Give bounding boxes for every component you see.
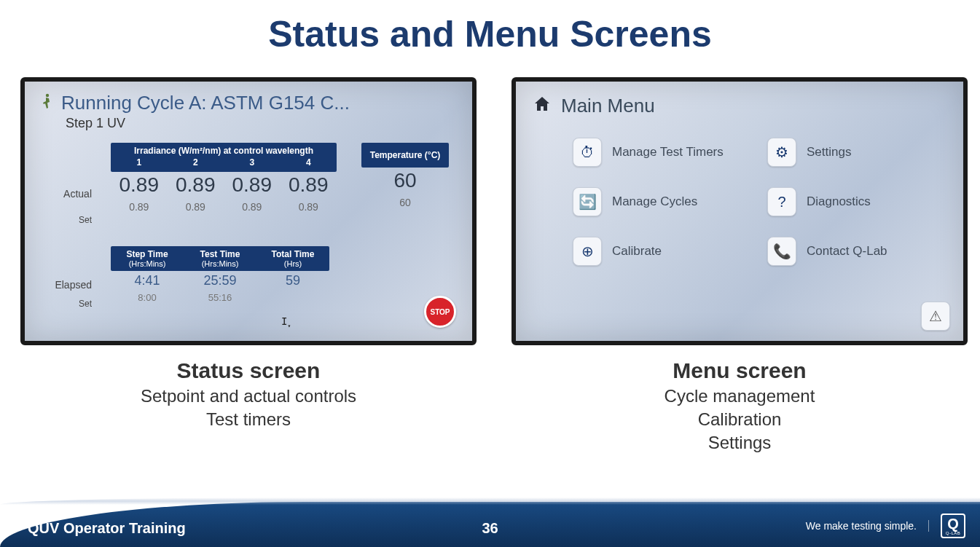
- footer-right: We make testing simple. Q Q-LAB: [806, 513, 965, 538]
- irr-actual-1: 0.89: [111, 172, 168, 198]
- question-icon: ?: [767, 187, 796, 216]
- irr-actual-4: 0.89: [281, 172, 337, 198]
- menu-item-timers[interactable]: ⏱ Manage Test Timers: [573, 138, 738, 167]
- status-caption-l2: Test timers: [141, 409, 356, 430]
- label-set2: Set: [41, 294, 92, 313]
- temp-set: 60: [361, 194, 449, 211]
- irr-col-4: 4: [281, 156, 337, 172]
- running-icon: [41, 92, 52, 114]
- menu-title: Main Menu: [561, 95, 655, 117]
- footer-page: 36: [482, 520, 498, 537]
- irr-cell-1: 0.89 0.89: [111, 172, 168, 216]
- temp-table: Temperature (°C) 60 60: [361, 143, 449, 211]
- target-icon: ⊕: [573, 237, 602, 266]
- menu-panel-wrap: Main Menu ⏱ Manage Test Timers ⚙ Setting…: [511, 77, 968, 453]
- status-caption-title: Status screen: [141, 358, 356, 383]
- irr-header: Irradiance (W/m²/nm) at control waveleng…: [111, 143, 337, 172]
- logo-letter: Q: [947, 516, 959, 531]
- irr-table: Irradiance (W/m²/nm) at control waveleng…: [111, 143, 337, 216]
- irr-set-3: 0.89: [224, 198, 281, 216]
- temp-cell: 60 60: [361, 168, 449, 211]
- time-total: 59: [256, 271, 329, 306]
- running-title: Running Cycle A: ASTM G154 C...: [61, 92, 350, 114]
- slide: Status and Menu Screens Running Cycle A:…: [0, 0, 980, 547]
- time-block: Elapsed Set Step Time(Hrs:Mins) Test Tim…: [41, 246, 456, 313]
- time-row-labels: Elapsed Set: [41, 246, 92, 313]
- irr-col-3: 3: [224, 156, 281, 172]
- stop-button[interactable]: STOP: [424, 296, 456, 328]
- menu-label-diag: Diagnostics: [807, 194, 871, 209]
- time-col-test: Test Time(Hrs:Mins): [184, 246, 256, 271]
- temp-header: Temperature (°C): [361, 143, 449, 168]
- menu-label-cycles: Manage Cycles: [612, 194, 697, 209]
- time-step: 4:418:00: [111, 271, 184, 306]
- menu-caption-l2: Calibration: [665, 409, 815, 430]
- warning-button[interactable]: ⚠: [921, 302, 950, 331]
- menu-label-timers: Manage Test Timers: [612, 145, 724, 160]
- menu-item-settings[interactable]: ⚙ Settings: [767, 138, 933, 167]
- irr-set-4: 0.89: [281, 198, 337, 216]
- irr-tables: Irradiance (W/m²/nm) at control waveleng…: [111, 143, 449, 216]
- time-header: Step Time(Hrs:Mins) Test Time(Hrs:Mins) …: [111, 246, 329, 271]
- irr-cell-3: 0.89 0.89: [224, 172, 281, 216]
- irradiance-block: Actual Set Irradiance (W/m²/nm) at contr…: [41, 143, 456, 233]
- irr-cell-2: 0.89 0.89: [168, 172, 224, 216]
- irr-col-2: 2: [168, 156, 224, 172]
- time-col-step: Step Time(Hrs:Mins): [111, 246, 184, 271]
- irr-body: 0.89 0.89 0.89 0.89 0.89: [111, 172, 337, 216]
- menu-device: Main Menu ⏱ Manage Test Timers ⚙ Setting…: [511, 77, 968, 345]
- menu-inner: Main Menu ⏱ Manage Test Timers ⚙ Setting…: [516, 82, 963, 273]
- menu-caption-title: Menu screen: [665, 358, 815, 383]
- logo-sub: Q-LAB: [946, 531, 961, 535]
- svg-point-0: [46, 94, 49, 97]
- timer-icon: ⏱: [573, 138, 602, 167]
- step-line: Step 1 UV: [66, 116, 456, 131]
- slide-title: Status and Menu Screens: [0, 0, 980, 55]
- temp-body: 60 60: [361, 168, 449, 211]
- label-set: Set: [41, 207, 92, 233]
- time-body: 4:418:00 25:5955:16 59: [111, 271, 329, 306]
- status-panel-wrap: Running Cycle A: ASTM G154 C... Step 1 U…: [20, 77, 477, 453]
- label-elapsed: Elapsed: [41, 275, 92, 294]
- cursor-icon: I▾: [281, 315, 291, 329]
- time-col-total: Total Time(Hrs): [256, 246, 329, 271]
- label-actual: Actual: [41, 181, 92, 207]
- menu-item-contact[interactable]: 📞 Contact Q-Lab: [767, 237, 933, 266]
- cycle-icon: 🔄: [573, 187, 602, 216]
- menu-title-row: Main Menu: [532, 92, 947, 125]
- warning-icon: ⚠: [929, 307, 942, 325]
- irr-cell-4: 0.89 0.89: [281, 172, 337, 216]
- irr-col-1: 1: [111, 156, 168, 172]
- menu-label-cal: Calibrate: [612, 244, 662, 259]
- gear-icon: ⚙: [767, 138, 796, 167]
- menu-item-calibrate[interactable]: ⊕ Calibrate: [573, 237, 738, 266]
- status-caption: Status screen Setpoint and actual contro…: [141, 358, 356, 430]
- irr-actual-3: 0.89: [224, 172, 281, 198]
- temp-actual: 60: [361, 168, 449, 194]
- home-icon[interactable]: [533, 96, 551, 117]
- footer-tagline: We make testing simple.: [806, 520, 929, 532]
- qlab-logo-icon: Q Q-LAB: [941, 513, 965, 538]
- status-device: Running Cycle A: ASTM G154 C... Step 1 U…: [20, 77, 477, 345]
- menu-item-cycles[interactable]: 🔄 Manage Cycles: [573, 187, 738, 216]
- running-row: Running Cycle A: ASTM G154 C...: [41, 92, 456, 114]
- temp-header-title: Temperature (°C): [361, 143, 449, 168]
- irr-row-labels: Actual Set: [41, 143, 92, 233]
- panels-row: Running Cycle A: ASTM G154 C... Step 1 U…: [0, 55, 980, 453]
- irr-set-2: 0.89: [168, 198, 224, 216]
- time-test: 25:5955:16: [184, 271, 256, 306]
- menu-label-contact: Contact Q-Lab: [807, 244, 887, 259]
- irr-header-title: Irradiance (W/m²/nm) at control waveleng…: [111, 143, 337, 156]
- menu-item-diagnostics[interactable]: ? Diagnostics: [767, 187, 933, 216]
- menu-label-settings: Settings: [807, 145, 851, 160]
- menu-caption-l3: Settings: [665, 433, 815, 453]
- phone-icon: 📞: [767, 237, 796, 266]
- irr-set-1: 0.89: [111, 198, 168, 216]
- stop-label: STOP: [430, 308, 450, 316]
- footer-title: QUV Operator Training: [28, 520, 186, 537]
- menu-caption-l1: Cycle management: [665, 386, 815, 406]
- footer: QUV Operator Training 36 We make testing…: [0, 502, 980, 547]
- status-inner: Running Cycle A: ASTM G154 C... Step 1 U…: [25, 82, 472, 320]
- status-caption-l1: Setpoint and actual controls: [141, 386, 356, 406]
- menu-caption: Menu screen Cycle management Calibration…: [665, 358, 815, 453]
